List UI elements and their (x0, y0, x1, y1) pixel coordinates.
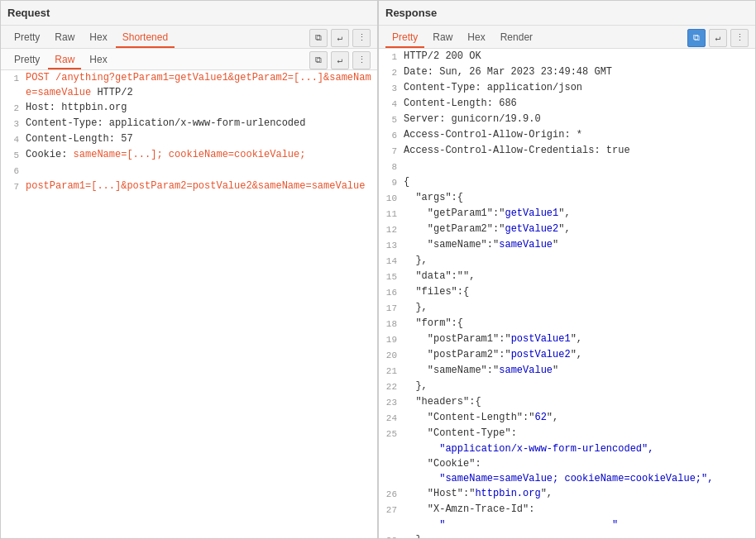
tab-response-raw[interactable]: Raw (426, 28, 459, 48)
line-number: 14 (379, 253, 404, 269)
request-newline-icon[interactable]: ↵ (331, 29, 349, 47)
request-copy-icon[interactable]: ⧉ (309, 29, 328, 47)
table-row: 25 "Content-Type": (379, 426, 755, 441)
tab-request-raw[interactable]: Raw (48, 28, 81, 48)
request-title: Request (7, 7, 50, 19)
tab-request-inner-raw[interactable]: Raw (48, 51, 81, 69)
tab-response-hex[interactable]: Hex (461, 28, 491, 48)
request-inner-copy-icon[interactable]: ⧉ (309, 51, 328, 69)
tab-response-render[interactable]: Render (494, 28, 539, 48)
response-header: Response (379, 1, 755, 26)
line-content: "getParam1":"getValue1", (404, 206, 755, 221)
line-number: 21 (379, 363, 404, 379)
line-content: HTTP/2 200 OK (404, 49, 755, 64)
tab-request-hex[interactable]: Hex (83, 28, 113, 48)
table-row: 16 "files":{ (379, 284, 755, 300)
table-row: "Cookie": (379, 456, 755, 471)
line-number: 25 (379, 426, 404, 441)
line-content: { (404, 174, 755, 189)
line-number: 26 (379, 486, 404, 502)
line-content: Date: Sun, 26 Mar 2023 23:49:48 GMT (404, 64, 755, 79)
line-content: "X-Amzn-Trace-Id": (404, 502, 755, 517)
table-row: 18 "form":{ (379, 316, 755, 332)
line-content: }, (404, 253, 755, 268)
request-more-icon[interactable]: ⋮ (352, 29, 371, 47)
response-newline-icon[interactable]: ↵ (709, 29, 727, 47)
line-number: 1 (1, 70, 26, 86)
line-number: 13 (379, 237, 404, 253)
table-row: 5Server: gunicorn/19.9.0 (379, 112, 755, 127)
line-number: 10 (379, 190, 404, 206)
table-row: 17 }, (379, 300, 755, 316)
table-row: 3Content-Type: application/x-www-form-ur… (1, 116, 377, 131)
table-row: 10 "args":{ (379, 190, 755, 206)
request-inner-more-icon[interactable]: ⋮ (352, 51, 371, 69)
tab-request-shortened[interactable]: Shortened (116, 28, 175, 48)
line-content: Content-Length: 686 (404, 96, 755, 111)
line-number: 4 (379, 96, 404, 112)
line-number: 27 (379, 502, 404, 518)
table-row: 26 "Host":"httpbin.org", (379, 486, 755, 502)
table-row: 1POST /anything?getParam1=getValue1&getP… (1, 70, 377, 100)
tab-request-inner-pretty[interactable]: Pretty (7, 51, 46, 69)
table-row: 4Content-Length: 686 (379, 96, 755, 112)
line-content: }, (404, 532, 755, 538)
table-row: 15 "data":"", (379, 269, 755, 284)
table-row: 27 "X-Amzn-Trace-Id": (379, 502, 755, 518)
line-number: 8 (379, 159, 404, 174)
table-row: 2Date: Sun, 26 Mar 2023 23:49:48 GMT (379, 64, 755, 80)
line-content: Server: gunicorn/19.9.0 (404, 112, 755, 126)
line-content: " " (404, 518, 755, 532)
line-number: 5 (1, 147, 26, 163)
line-content: "data":"", (404, 269, 755, 284)
line-content: "Content-Type": (404, 426, 755, 441)
line-number (379, 471, 404, 472)
line-number: 7 (1, 179, 26, 194)
line-content: Access-Control-Allow-Credentials: true (404, 143, 755, 158)
line-content: "Cookie": (404, 456, 755, 471)
line-number (379, 441, 404, 442)
table-row: 13 "sameName":"sameValue" (379, 237, 755, 253)
line-content: "Content-Length":"62", (404, 410, 755, 425)
table-row: 9{ (379, 174, 755, 190)
table-row: 21 "sameName":"sameValue" (379, 363, 755, 379)
response-copy-icon[interactable]: ⧉ (687, 29, 706, 47)
line-content: "headers":{ (404, 394, 755, 409)
tab-response-pretty[interactable]: Pretty (385, 28, 424, 48)
line-content: Content-Type: application/json (404, 80, 755, 95)
line-content: Content-Type: application/x-www-form-url… (26, 116, 377, 131)
table-row: "sameName=sameValue; cookieName=cookieVa… (379, 471, 755, 486)
line-content: }, (404, 300, 755, 315)
line-content: POST /anything?getParam1=getValue1&getPa… (26, 70, 377, 100)
response-more-icon[interactable]: ⋮ (730, 29, 749, 47)
line-number: 19 (379, 332, 404, 347)
request-inner-newline-icon[interactable]: ↵ (331, 51, 349, 69)
request-header: Request (1, 1, 377, 26)
line-content: "Host":"httpbin.org", (404, 486, 755, 501)
table-row: 4Content-Length: 57 (1, 131, 377, 147)
line-number: 1 (379, 49, 404, 64)
table-row: 12 "getParam2":"getValue2", (379, 222, 755, 237)
line-number: 3 (1, 116, 26, 131)
response-tab-bar: Pretty Raw Hex Render ⧉ ↵ ⋮ (379, 26, 755, 49)
tab-request-inner-hex[interactable]: Hex (83, 51, 113, 69)
line-content: Cookie: sameName=[...]; cookieName=cooki… (26, 147, 377, 162)
line-number: 2 (379, 64, 404, 80)
response-panel: Response Pretty Raw Hex Render ⧉ ↵ ⋮ 1HT… (378, 0, 756, 539)
line-number: 6 (1, 163, 26, 179)
line-number: 23 (379, 394, 404, 410)
line-content: Content-Length: 57 (26, 131, 377, 146)
line-content: }, (404, 379, 755, 394)
table-row: 1HTTP/2 200 OK (379, 49, 755, 64)
line-number: 9 (379, 174, 404, 190)
table-row: 5Cookie: sameName=[...]; cookieName=cook… (1, 147, 377, 163)
tab-request-pretty[interactable]: Pretty (7, 28, 46, 48)
line-content: "getParam2":"getValue2", (404, 222, 755, 236)
table-row: "application/x-www-form-urlencoded", (379, 441, 755, 456)
response-code-area: 1HTTP/2 200 OK2Date: Sun, 26 Mar 2023 23… (379, 49, 755, 538)
line-content: "sameName":"sameValue" (404, 363, 755, 378)
line-number (379, 456, 404, 457)
line-number: 3 (379, 80, 404, 96)
line-content: "sameName":"sameValue" (404, 237, 755, 252)
line-number: 17 (379, 300, 404, 316)
